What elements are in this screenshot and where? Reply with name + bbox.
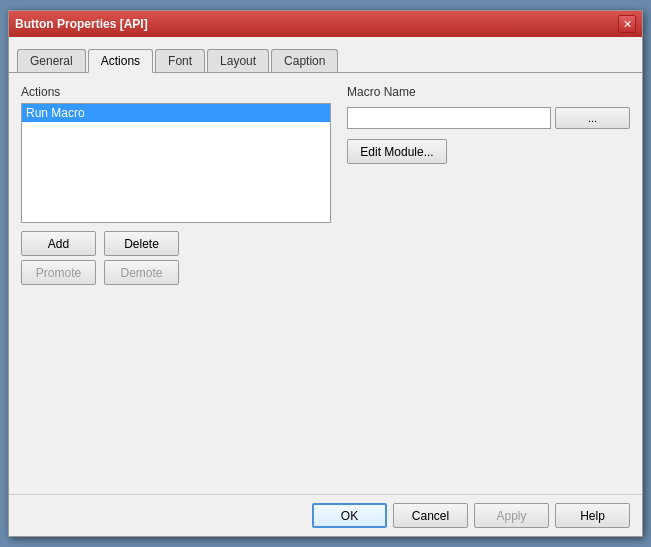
demote-button[interactable]: Demote	[104, 260, 179, 285]
add-button[interactable]: Add	[21, 231, 96, 256]
action-buttons: Add Delete Promote Demote	[21, 231, 331, 285]
ok-button[interactable]: OK	[312, 503, 387, 528]
apply-button[interactable]: Apply	[474, 503, 549, 528]
action-buttons-row-2: Promote Demote	[21, 260, 331, 285]
list-item[interactable]: Run Macro	[22, 104, 330, 122]
browse-button[interactable]: ...	[555, 107, 630, 129]
main-window: Button Properties [API] ✕ General Action…	[8, 10, 643, 537]
title-bar: Button Properties [API] ✕	[9, 11, 642, 37]
edit-module-button[interactable]: Edit Module...	[347, 139, 447, 164]
delete-button[interactable]: Delete	[104, 231, 179, 256]
window-title: Button Properties [API]	[15, 17, 148, 31]
tab-actions[interactable]: Actions	[88, 49, 153, 73]
tab-layout[interactable]: Layout	[207, 49, 269, 72]
tab-bar: General Actions Font Layout Caption	[9, 37, 642, 73]
tab-caption[interactable]: Caption	[271, 49, 338, 72]
cancel-button[interactable]: Cancel	[393, 503, 468, 528]
help-button[interactable]: Help	[555, 503, 630, 528]
actions-label: Actions	[21, 85, 331, 99]
right-panel: Macro Name ... Edit Module...	[347, 85, 630, 482]
macro-name-input[interactable]	[347, 107, 551, 129]
close-button[interactable]: ✕	[618, 15, 636, 33]
content-area: Actions Run Macro Add Delete Promote Dem…	[9, 73, 642, 494]
promote-button[interactable]: Promote	[21, 260, 96, 285]
left-panel: Actions Run Macro Add Delete Promote Dem…	[21, 85, 331, 482]
tab-font[interactable]: Font	[155, 49, 205, 72]
tab-general[interactable]: General	[17, 49, 86, 72]
macro-name-section: Macro Name ... Edit Module...	[347, 85, 630, 164]
actions-list[interactable]: Run Macro	[21, 103, 331, 223]
bottom-bar: OK Cancel Apply Help	[9, 494, 642, 536]
macro-name-row: ...	[347, 107, 630, 129]
main-section: Actions Run Macro Add Delete Promote Dem…	[21, 85, 630, 482]
macro-name-label: Macro Name	[347, 85, 630, 99]
action-buttons-row-1: Add Delete	[21, 231, 331, 256]
spacer	[347, 164, 630, 482]
